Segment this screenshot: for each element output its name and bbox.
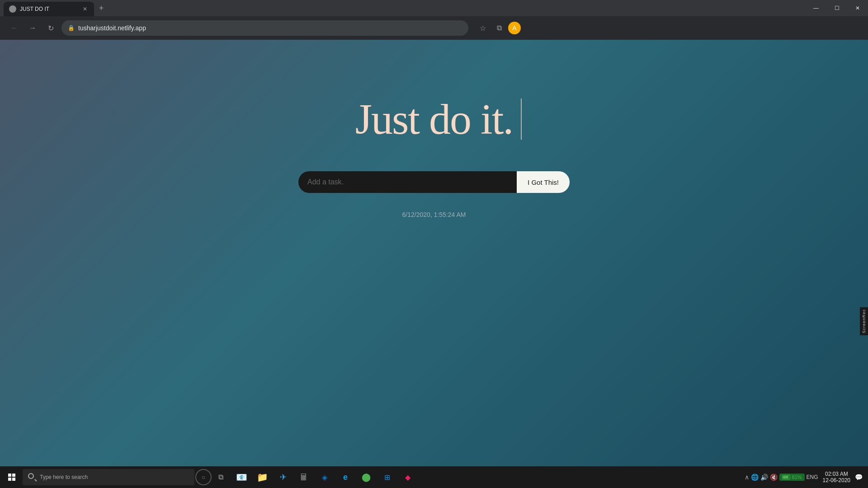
reload-button[interactable]: ↻ (43, 21, 58, 35)
screentec-label-text: ScreenRec (862, 309, 866, 333)
tab-close-button[interactable]: ✕ (81, 5, 89, 13)
page-content: Just do it. I Got This! 6/12/2020, 1:55:… (0, 40, 868, 466)
bookmark-button[interactable]: ☆ (476, 21, 490, 35)
got-this-button[interactable]: I Got This! (517, 171, 570, 193)
tab-title: JUST DO IT (20, 6, 78, 12)
taskbar-app-calculator[interactable]: 🖩 (294, 467, 314, 487)
battery-icon (782, 475, 790, 479)
page-heading: Just do it. (355, 94, 513, 144)
address-bar[interactable]: 🔒 tusharjustdoit.netlify.app (61, 20, 468, 36)
datetime-display: 6/12/2020, 1:55:24 AM (402, 211, 466, 218)
taskbar: Type here to search ○ ⧉ 📧 📁 ✈ 🖩 ◈ e ⬤ ⊞ … (0, 466, 868, 488)
task-view-button[interactable]: ⧉ (212, 469, 229, 485)
tab-bar: JUST DO IT ✕ + — ☐ ✕ (0, 0, 868, 16)
taskbar-app-explorer[interactable]: 📁 (252, 467, 272, 487)
taskbar-app-teamviewer[interactable]: ⊞ (377, 467, 397, 487)
notification-area: ∧ 🌐 🔊 🔇 (745, 474, 778, 481)
battery-indicator: 81% (779, 474, 805, 481)
cortana-button[interactable]: ○ (195, 469, 212, 485)
start-button[interactable] (2, 467, 22, 487)
close-button[interactable]: ✕ (847, 0, 868, 16)
extensions-button[interactable]: ⧉ (492, 21, 506, 35)
taskbar-app-chrome[interactable]: ⬤ (356, 467, 376, 487)
clock-time: 02:03 AM (825, 471, 848, 477)
minimize-button[interactable]: — (806, 0, 826, 16)
taskbar-apps: 📧 📁 ✈ 🖩 ◈ e ⬤ ⊞ ◆ (231, 467, 418, 487)
screentec-sidebar[interactable]: ScreenRec (860, 307, 868, 335)
browser-frame: JUST DO IT ✕ + — ☐ ✕ ← → ↻ 🔒 tusharjustd… (0, 0, 868, 488)
windows-icon (8, 474, 15, 481)
nav-bar: ← → ↻ 🔒 tusharjustdoit.netlify.app ☆ ⧉ A (0, 16, 868, 40)
volume-icon: 🔇 (770, 474, 778, 481)
expand-tray-icon[interactable]: ∧ (745, 474, 749, 481)
taskbar-app-mail[interactable]: 📧 (231, 467, 251, 487)
taskbar-app-vscode[interactable]: ◈ (315, 467, 335, 487)
battery-percent: 81% (792, 474, 802, 480)
window-controls: — ☐ ✕ (806, 0, 868, 16)
language-indicator[interactable]: ENG (807, 474, 818, 480)
taskbar-search-text: Type here to search (40, 474, 88, 480)
taskbar-app-edge[interactable]: e (335, 467, 355, 487)
taskbar-right: ∧ 🌐 🔊 🔇 81% ENG 02:03 AM 12-06-2020 💬 (745, 470, 866, 484)
browser-tab[interactable]: JUST DO IT ✕ (4, 2, 94, 16)
back-button[interactable]: ← (7, 21, 22, 35)
sound-icon: 🔊 (760, 474, 768, 481)
network-icon: 🌐 (751, 474, 759, 481)
lock-icon: 🔒 (68, 25, 75, 31)
new-tab-button[interactable]: + (95, 2, 108, 14)
taskbar-app-other[interactable]: ◆ (398, 467, 418, 487)
notifications-icon[interactable]: 💬 (855, 474, 863, 481)
forward-button[interactable]: → (25, 21, 40, 35)
taskbar-search-bar[interactable]: Type here to search (23, 469, 194, 485)
clock-date: 12-06-2020 (823, 477, 850, 483)
battery-fill (783, 476, 789, 479)
url-text: tusharjustdoit.netlify.app (78, 24, 462, 32)
account-avatar[interactable]: A (508, 22, 521, 34)
task-input-area: I Got This! (298, 171, 570, 193)
clock-area[interactable]: 02:03 AM 12-06-2020 (820, 470, 853, 484)
taskbar-app-telegram[interactable]: ✈ (273, 467, 293, 487)
maximize-button[interactable]: ☐ (826, 0, 847, 16)
tab-favicon-icon (9, 5, 16, 13)
task-input[interactable] (298, 171, 517, 193)
nav-actions: ☆ ⧉ A (476, 21, 521, 35)
